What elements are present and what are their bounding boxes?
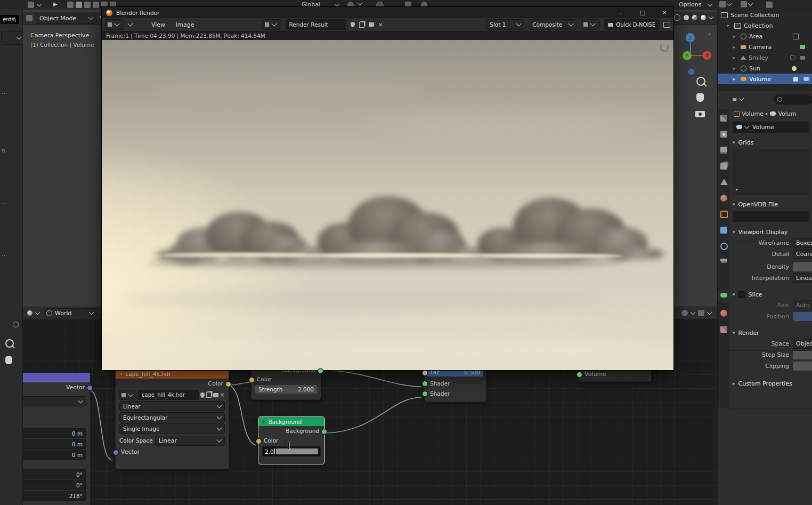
constraints-tab-icon[interactable]	[720, 259, 727, 261]
unlink-image-icon[interactable]: ×	[378, 21, 383, 28]
mapping-vector-output-socket[interactable]	[87, 385, 93, 391]
mix-shader1-socket[interactable]	[422, 381, 428, 387]
gizmo-y-handle[interactable]: Y	[683, 51, 692, 60]
open-folder-icon[interactable]	[213, 393, 218, 397]
env-projection-dropdown[interactable]: Equirectangular	[119, 412, 225, 422]
editor-overlay-icon-1[interactable]	[698, 310, 704, 316]
gizmo-x-handle[interactable]: X	[703, 51, 711, 60]
env-color-output-socket[interactable]	[225, 381, 231, 387]
env-image-name-field[interactable]: cape_hill_4k.hdr	[138, 390, 199, 400]
copy-icon[interactable]	[359, 22, 364, 28]
slice-panel-header[interactable]: ▾ Slice	[729, 289, 812, 300]
env-colorspace-dropdown[interactable]: Linear	[155, 436, 225, 446]
environment-texture-node[interactable]: ▾ cape_hill_4k.hdr Color cape_hill_4k.hd…	[115, 368, 229, 469]
smiley-render-icon[interactable]	[800, 56, 805, 60]
outliner-row-collection[interactable]: ▾ Collection	[718, 20, 812, 31]
mode-icon-1[interactable]	[67, 2, 74, 8]
render-window[interactable]: Blender Render – □ × View Image Render R…	[101, 6, 674, 371]
outliner-row-camera[interactable]: ▸ Camera	[718, 42, 812, 52]
editor-type-button-1[interactable]	[719, 1, 731, 7]
env-interpolation-dropdown[interactable]: Linear	[119, 401, 225, 411]
slice-checkbox[interactable]	[738, 291, 745, 298]
grids-panel-header[interactable]: ▾ Grids	[729, 137, 812, 148]
world-tab-icon[interactable]	[720, 195, 727, 202]
mode-icon-3[interactable]	[84, 2, 91, 8]
menu-image[interactable]: Image	[176, 21, 194, 28]
object-tab-icon[interactable]	[720, 211, 728, 218]
sun-data-icon[interactable]	[792, 66, 797, 71]
display-channels-button[interactable]	[581, 19, 600, 30]
env-source-dropdown[interactable]: Single Image	[119, 423, 225, 434]
breadcrumb-data[interactable]: Volum	[778, 110, 796, 117]
density-field[interactable]	[793, 262, 812, 271]
window-close-button[interactable]: ×	[655, 7, 673, 18]
detail-dropdown[interactable]: Coars	[793, 249, 812, 259]
custom-properties-panel-header[interactable]: ▸ Custom Properties	[729, 378, 812, 389]
editor-type-button-2[interactable]	[741, 1, 752, 7]
viewport-display-panel-header[interactable]: ▾ Viewport Display	[729, 227, 812, 237]
open-folder-icon[interactable]	[369, 22, 374, 27]
volume-modifier-icon[interactable]	[793, 77, 798, 82]
toggle-panel-icon[interactable]	[663, 22, 670, 28]
view-layer-tab-icon[interactable]	[720, 163, 727, 170]
grids-list-expand-icon[interactable]: ▸	[736, 187, 738, 192]
smiley-expand-icon[interactable]: ▸	[730, 55, 738, 60]
bg-sel-color-socket[interactable]	[256, 438, 262, 444]
env-image-browse-button[interactable]	[119, 390, 136, 400]
fake-user-shield-icon[interactable]	[351, 22, 355, 27]
menu-view[interactable]: View	[151, 21, 165, 28]
sun-expand-icon[interactable]: ▸	[730, 66, 738, 71]
output-tab-icon[interactable]	[720, 147, 727, 154]
navigation-gizmo[interactable]: Z Y X	[669, 30, 711, 78]
world-output-volume-socket[interactable]	[576, 372, 582, 378]
clipping-field[interactable]	[793, 362, 812, 371]
openvdb-file-field[interactable]	[733, 211, 809, 222]
area-expand-icon[interactable]: ▸	[730, 34, 738, 39]
material-tab-icon[interactable]	[720, 310, 727, 317]
region-collapse-icon[interactable]: ‹	[708, 30, 711, 38]
bg-top-output-socket[interactable]	[318, 368, 323, 374]
node-collapse-icon[interactable]: ▾	[120, 371, 123, 376]
object-data-tab-icon[interactable]	[720, 293, 727, 298]
copy-icon[interactable]	[206, 392, 212, 398]
wireframe-dropdown[interactable]: Boxes	[793, 238, 812, 248]
space-dropdown[interactable]: Objec	[793, 339, 812, 349]
background-node-selected[interactable]: ▾ Background Background Color 2.0	[258, 416, 325, 464]
mapping-node-header[interactable]	[23, 373, 90, 382]
outliner-row-area[interactable]: ▸ Area	[718, 31, 812, 42]
image-name-field[interactable]: Render Result	[286, 19, 346, 30]
grids-list[interactable]: ▸	[733, 149, 809, 195]
quick-dnoise-button[interactable]: Quick D-NOISE	[604, 19, 659, 30]
interpolation-dropdown[interactable]: Linea	[793, 273, 812, 283]
mix-shader-node[interactable]: Fac 0.500 Shader Shader	[424, 366, 486, 402]
mapping-loc-x-field[interactable]: 0 m	[23, 428, 86, 438]
shading-material-icon[interactable]	[692, 15, 697, 20]
active-tool-icon[interactable]	[28, 2, 34, 8]
bg-top-strength-field[interactable]: Strength 2.000	[255, 385, 317, 394]
node-collapse-icon[interactable]: ▾	[263, 419, 265, 424]
area-light-data-icon[interactable]	[793, 34, 799, 39]
physics-tab-icon[interactable]	[720, 243, 728, 250]
properties-editor-chevron-icon[interactable]	[739, 96, 744, 101]
mix-shader2-socket[interactable]	[422, 391, 428, 397]
viewport-editor-type-icon[interactable]	[26, 15, 33, 21]
play-icon[interactable]: ▶	[53, 1, 58, 7]
mode-icon-2[interactable]	[76, 2, 82, 8]
outliner-row-smiley[interactable]: ▸ Smiley	[718, 52, 812, 63]
bg-sel-output-socket[interactable]	[321, 429, 327, 435]
render-panel-header[interactable]: ▾ Render	[729, 327, 812, 338]
window-minimize-button[interactable]: –	[612, 7, 630, 18]
camera-data-icon[interactable]	[800, 45, 805, 49]
mode-icon-4[interactable]	[93, 2, 99, 8]
step-size-field[interactable]	[793, 350, 812, 359]
editor-overlay-chevron-icon[interactable]	[707, 310, 712, 315]
viewport-hand-icon[interactable]	[696, 93, 704, 102]
mapping-type-dropdown[interactable]	[23, 396, 86, 406]
mix-fac-socket[interactable]	[422, 370, 428, 376]
render-window-titlebar[interactable]: Blender Render – □ ×	[102, 7, 673, 18]
shading-chevron-icon[interactable]	[709, 14, 714, 20]
pin-icon[interactable]	[13, 322, 19, 327]
outliner-row-volume[interactable]: ▸ Volume	[718, 74, 812, 84]
smiley-hide-icon[interactable]	[790, 55, 795, 60]
position-slider[interactable]	[793, 312, 812, 321]
